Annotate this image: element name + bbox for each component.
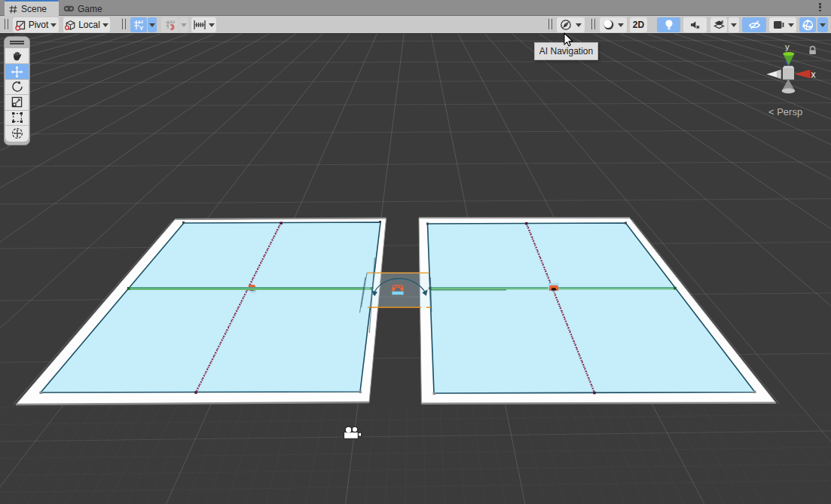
svg-text:< Persp: < Persp <box>768 106 802 118</box>
svg-text:Y: Y <box>139 25 144 32</box>
svg-text:x: x <box>811 69 816 80</box>
svg-text:y: y <box>785 42 790 51</box>
